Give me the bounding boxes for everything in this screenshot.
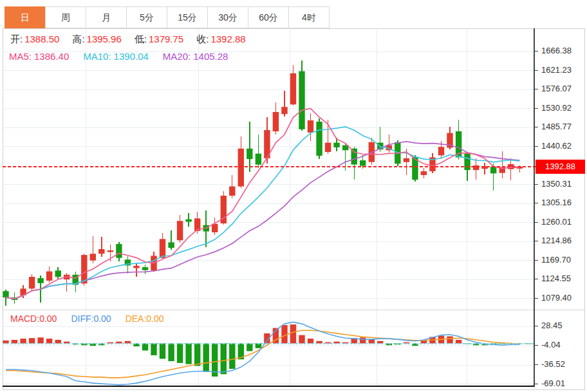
open-label: 开: (10, 33, 23, 44)
diff-value: 0.00 (93, 313, 111, 324)
dea-label: DEA: (126, 313, 147, 324)
ma10-value: 1390.04 (114, 51, 149, 62)
axis-tick-label: -69.01 (534, 378, 565, 388)
axis-tick-label: 1485.77 (534, 122, 572, 131)
tab-30min[interactable]: 30分 (207, 6, 248, 28)
axis-tick-label: 1576.07 (534, 84, 572, 93)
axis-tick-label: 1214.86 (534, 236, 572, 245)
diff-label: DIFF: (71, 313, 93, 324)
ma20-label: MA20: (163, 51, 191, 62)
macd-label: MACD: (10, 313, 39, 324)
tab-day[interactable]: 日 (5, 6, 46, 28)
macd-value: 0.00 (39, 313, 57, 324)
axis-tick-label: 1440.62 (534, 141, 572, 151)
ma-values-row: MA5:1386.40 MA10:1390.04 MA20:1405.28 (9, 51, 228, 62)
kline-chart-widget: 日 周 月 5分 15分 30分 60分 4时 开:1388.50 高:1395… (0, 0, 587, 392)
ma5-label: MA5: (9, 51, 32, 62)
tab-4hour[interactable]: 4时 (288, 6, 330, 28)
axis-tick-label: 1350.31 (534, 179, 572, 189)
current-price-tag: 1392.88 (536, 160, 585, 174)
low-value: 1379.75 (149, 33, 183, 44)
axis-tick-label: 1621.23 (534, 65, 572, 75)
price-axis: 1666.381621.231576.071530.921485.771440.… (534, 0, 587, 392)
high-value: 1395.96 (87, 33, 122, 44)
high-label: 高: (72, 33, 84, 44)
axis-tick-label: -36.52 (534, 359, 565, 369)
tab-month[interactable]: 月 (86, 6, 127, 28)
close-value: 1392.88 (210, 33, 245, 44)
ohlc-info-row: 开:1388.50 高:1395.96 低:1379.75 收:1392.88 (10, 33, 246, 46)
period-tabbar: 日 周 月 5分 15分 30分 60分 4时 (5, 6, 330, 28)
close-label: 收: (196, 33, 209, 44)
ma10-label: MA10: (83, 51, 111, 62)
dea-value: 0.00 (146, 313, 163, 324)
axis-tick-label: 1260.01 (534, 217, 572, 227)
ma20-value: 1405.28 (193, 51, 228, 62)
axis-tick-label: 28.45 (534, 321, 563, 330)
macd-values-row: MACD:0.00 DIFF:0.00 DEA:0.00 (10, 313, 164, 324)
axis-tick-label: 1079.40 (534, 293, 572, 303)
tab-60min[interactable]: 60分 (248, 6, 289, 28)
axis-tick-label: 1124.55 (534, 274, 571, 283)
tab-15min[interactable]: 15分 (167, 6, 208, 28)
axis-tick-label: 1169.70 (534, 255, 571, 265)
ma5-value: 1386.40 (34, 51, 69, 62)
tab-week[interactable]: 周 (45, 6, 86, 28)
axis-tick-label: 1305.16 (534, 198, 572, 207)
tab-5min[interactable]: 5分 (126, 6, 167, 28)
open-value: 1388.50 (24, 33, 59, 44)
axis-tick-label: -4.04 (534, 340, 561, 350)
axis-tick-label: 1530.92 (534, 103, 572, 113)
low-label: 低: (135, 33, 147, 44)
axis-tick-label: 1666.38 (534, 46, 572, 55)
